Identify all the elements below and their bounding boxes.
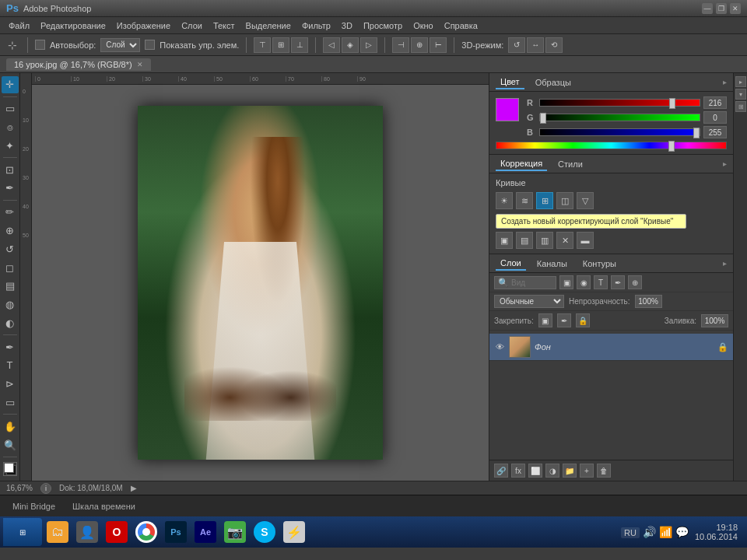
lasso-tool[interactable]: ⌾: [2, 119, 19, 136]
layer-style-btn[interactable]: fx: [511, 464, 525, 478]
network-icon[interactable]: 📶: [659, 526, 672, 538]
taskbar-app-greenshot[interactable]: 📷: [221, 518, 249, 546]
corr-sub-icon-2[interactable]: ▤: [516, 232, 533, 249]
foreground-color[interactable]: [3, 462, 17, 476]
menu-help[interactable]: Справка: [439, 19, 483, 32]
menu-select[interactable]: Выделение: [240, 19, 296, 32]
menu-file[interactable]: Файл: [3, 19, 35, 32]
corr-sub-icon-3[interactable]: ▥: [536, 232, 553, 249]
layers-filter-btn-3[interactable]: T: [594, 275, 608, 289]
taskbar-app-people[interactable]: 👤: [73, 518, 101, 546]
close-button[interactable]: ✕: [730, 3, 741, 14]
layers-filter-btn-2[interactable]: ◉: [577, 275, 591, 289]
tab-layers[interactable]: Слои: [496, 257, 526, 271]
menu-image[interactable]: Изображение: [111, 19, 176, 32]
start-button[interactable]: ⊞: [3, 518, 42, 546]
dock-tab-timeline[interactable]: Шкала времени: [66, 500, 142, 513]
tab-channels[interactable]: Каналы: [532, 257, 572, 270]
opacity-value[interactable]: 100%: [635, 295, 662, 308]
layers-filter-btn-1[interactable]: ▣: [559, 275, 573, 289]
canvas-image[interactable]: [138, 106, 383, 460]
align-left-btn[interactable]: ⊣: [392, 37, 409, 53]
status-info-icon[interactable]: i: [40, 483, 51, 494]
move-tool[interactable]: ✛: [2, 76, 19, 93]
tab-swatches[interactable]: Образцы: [531, 76, 576, 89]
autoselect-checkbox[interactable]: [35, 40, 45, 50]
tab-paths[interactable]: Контуры: [578, 257, 621, 270]
taskbar-app-chrome[interactable]: [132, 518, 160, 546]
layers-panel-collapse-icon[interactable]: ▸: [723, 259, 727, 268]
taskbar-app-photoshop[interactable]: Ps: [162, 518, 190, 546]
path-select-tool[interactable]: ⊳: [2, 376, 19, 393]
gradient-tool[interactable]: ▤: [2, 278, 19, 295]
color-panel-collapse-icon[interactable]: ▸: [723, 78, 727, 86]
correction-filter-icon[interactable]: ▽: [577, 192, 594, 209]
lock-pixels-btn[interactable]: ▣: [538, 313, 552, 327]
dock-tab-mini-bridge[interactable]: Mini Bridge: [6, 500, 61, 513]
correction-levels-icon[interactable]: ◫: [556, 192, 573, 209]
link-layers-btn[interactable]: 🔗: [494, 464, 508, 478]
channel-g-thumb[interactable]: [540, 113, 546, 124]
fill-value[interactable]: 100%: [701, 314, 728, 327]
align-vcenter-btn[interactable]: ⊞: [272, 37, 289, 53]
strip-btn-3[interactable]: ⊞: [735, 101, 746, 112]
dist-center-btn[interactable]: ◈: [342, 37, 359, 53]
eraser-tool[interactable]: ◻: [2, 259, 19, 276]
channel-r-thumb[interactable]: [669, 98, 675, 109]
brush-tool[interactable]: ✏: [2, 204, 19, 221]
autoselect-select[interactable]: Слой: [100, 38, 140, 52]
action-center-icon[interactable]: 💬: [675, 526, 689, 538]
taskbar-app-filezilla[interactable]: ⚡: [280, 518, 308, 546]
menu-filter[interactable]: Фильтр: [296, 19, 336, 32]
align-hcenter-btn[interactable]: ⊕: [411, 37, 428, 53]
marquee-tool[interactable]: ▭: [2, 100, 19, 117]
menu-edit[interactable]: Редактирование: [35, 19, 111, 32]
lock-position-btn[interactable]: ✒: [557, 313, 571, 327]
3d-btn-3[interactable]: ⟲: [545, 37, 563, 53]
spectrum-thumb[interactable]: [668, 141, 675, 152]
volume-icon[interactable]: 🔊: [643, 526, 656, 538]
clone-stamp-tool[interactable]: ⊕: [2, 222, 19, 240]
taskbar-app-aftereffects[interactable]: Ae: [191, 518, 219, 546]
magic-wand-tool[interactable]: ✦: [2, 137, 19, 154]
correction-panel-collapse-icon[interactable]: ▸: [723, 159, 727, 168]
blend-mode-select[interactable]: Обычные: [494, 295, 564, 308]
channel-g-value[interactable]: 0: [703, 111, 727, 124]
menu-text[interactable]: Текст: [208, 19, 240, 32]
align-bottom-btn[interactable]: ⊥: [291, 37, 308, 53]
layers-filter-btn-5[interactable]: ⊕: [628, 275, 642, 289]
eyedropper-tool[interactable]: ✒: [2, 180, 19, 197]
document-tab-close[interactable]: ✕: [137, 61, 143, 68]
history-brush-tool[interactable]: ↺: [2, 240, 19, 257]
strip-btn-2[interactable]: ▾: [735, 89, 746, 100]
blur-tool[interactable]: ◍: [2, 296, 19, 313]
channel-b-slider[interactable]: [539, 128, 700, 136]
zoom-tool[interactable]: 🔍: [2, 436, 19, 453]
strip-btn-1[interactable]: ▸: [735, 76, 746, 87]
type-tool[interactable]: T: [2, 357, 19, 374]
correction-curves-icon[interactable]: ⊞: [536, 192, 553, 209]
new-layer-btn[interactable]: +: [580, 464, 594, 478]
channel-r-slider[interactable]: [539, 99, 700, 107]
window-controls[interactable]: — ❐ ✕: [702, 3, 741, 14]
delete-layer-btn[interactable]: 🗑: [597, 464, 611, 478]
align-top-btn[interactable]: ⊤: [254, 37, 271, 53]
pen-tool[interactable]: ✒: [2, 338, 19, 355]
3d-btn-1[interactable]: ↺: [508, 37, 525, 53]
layers-search-input[interactable]: [511, 278, 558, 287]
layer-mask-btn[interactable]: ⬜: [528, 464, 542, 478]
dist-right-btn[interactable]: ▷: [360, 37, 377, 53]
channel-b-value[interactable]: 255: [703, 126, 727, 138]
layers-filter-btn-4[interactable]: ✒: [611, 275, 625, 289]
crop-tool[interactable]: ⊡: [2, 161, 19, 178]
dist-left-btn[interactable]: ◁: [323, 37, 340, 53]
document-tab[interactable]: 16 урок.jpg @ 16,7% (RGB/8*) ✕: [6, 58, 151, 71]
align-right-btn[interactable]: ⊢: [430, 37, 447, 53]
correction-waves-icon[interactable]: ≋: [516, 192, 533, 209]
taskbar-clock[interactable]: 19:18 10.06.2014: [695, 523, 738, 541]
channel-r-value[interactable]: 216: [703, 96, 727, 109]
3d-btn-2[interactable]: ↔: [527, 37, 544, 53]
dodge-tool[interactable]: ◐: [2, 315, 19, 332]
layers-search-box[interactable]: 🔍: [494, 276, 556, 289]
corr-sub-icon-1[interactable]: ▣: [496, 232, 513, 249]
